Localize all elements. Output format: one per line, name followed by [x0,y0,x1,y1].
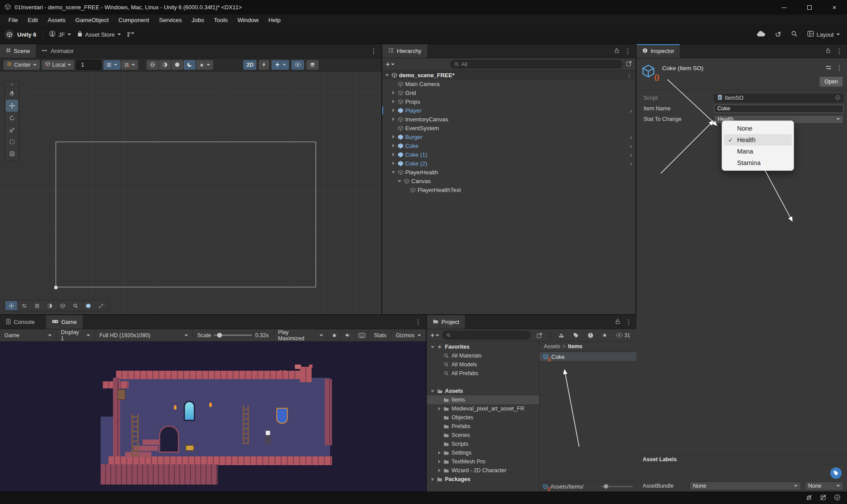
tools-drag-handle[interactable]: ≡ [5,82,19,87]
menu-window[interactable]: Window [233,17,264,23]
hierarchy-row[interactable]: Coke› [382,141,636,150]
project-tree-row[interactable]: Assets [427,387,539,395]
script-object-field[interactable]: # ItemSO [714,94,843,102]
view-hand-tool[interactable] [5,87,19,99]
expand-arrow-icon[interactable] [390,162,396,165]
cache-disabled-icon[interactable] [820,494,827,502]
hierarchy-row[interactable]: demo_scene_FREE*⋮ [382,71,636,79]
project-tree-row[interactable]: ★Favorites [427,342,539,351]
debug-draw-dropdown[interactable] [196,60,213,70]
rotate-tool[interactable] [5,112,19,124]
presets-icon[interactable] [825,65,832,71]
menu-gameobject[interactable]: GameObject [71,17,114,23]
project-options-kebab-icon[interactable]: ⋮ [625,318,632,326]
hierarchy-row[interactable]: InventoryCanvas [382,115,636,124]
display-dropdown[interactable]: Display 1 [56,329,95,341]
hierarchy-search-input[interactable]: All [450,60,622,68]
project-tree-row[interactable]: Scenes [427,431,539,440]
expand-arrow-icon[interactable] [396,180,403,182]
expand-arrow-icon[interactable] [429,478,436,481]
menu-file[interactable]: File [4,17,23,23]
component-kebab-icon[interactable]: ⋮ [836,64,843,72]
inspector-options-kebab-icon[interactable]: ⋮ [836,47,843,55]
item-name-input[interactable]: Coke [714,105,843,113]
stats-toggle[interactable]: Stats [369,329,392,341]
debugger-disabled-icon[interactable] [806,494,813,502]
hierarchy-row[interactable]: EventSystem [382,124,636,132]
project-tree-row[interactable]: All Materials [427,351,539,360]
expand-arrow-icon[interactable] [436,469,442,472]
project-tree-row[interactable]: Settings [427,448,539,457]
open-prefab-chevron[interactable]: › [630,143,632,149]
move-overlay-icon[interactable] [5,301,17,310]
dropdown-option-health[interactable]: ✓Health [724,134,792,146]
menu-help[interactable]: Help [264,17,286,23]
move-tool[interactable] [6,100,18,112]
thumbnail-zoom-knob[interactable] [604,484,608,489]
favorites-star-icon[interactable]: ★ [599,329,610,341]
gizmos-dropdown[interactable]: Gizmos [392,329,426,341]
hierarchy-row[interactable]: Canvas [382,177,636,185]
tab-inspector[interactable]: Inspector [636,44,680,58]
create-add-button[interactable]: + [386,60,395,68]
open-prefab-chevron[interactable]: › [630,134,632,140]
unity-version-button[interactable]: Unity 6 [4,30,36,39]
expand-arrow-icon[interactable] [390,109,396,112]
shaded-mode-icon[interactable] [159,60,171,70]
close-button[interactable]: × [822,0,847,15]
project-tree-row[interactable]: Items [427,395,539,404]
expand-arrow-icon[interactable] [429,390,436,392]
create-add-button[interactable]: + [430,331,439,339]
expand-arrow-icon[interactable] [390,100,396,103]
expand-arrow-icon[interactable] [384,74,390,76]
grid-size-field[interactable]: 1 [76,60,101,70]
menu-services[interactable]: Services [154,17,187,23]
menu-edit[interactable]: Edit [23,17,43,23]
project-tree-row[interactable]: Packages [427,475,539,484]
tab-console[interactable]: Console [0,315,41,329]
hierarchy-row[interactable]: Grid [382,88,636,97]
project-tree-row[interactable]: Wizard - 2D Character [427,466,539,475]
project-search-input[interactable] [442,331,531,339]
project-tree-row[interactable]: All Prefabs [427,369,539,378]
hierarchy-row[interactable]: Coke (1)› [382,150,636,159]
expand-arrow-icon[interactable] [390,135,396,139]
tab-scene[interactable]: Scene [0,44,36,58]
expand-arrow-icon[interactable] [436,451,442,455]
scene-viewport[interactable]: ≡ [0,71,381,313]
hierarchy-row[interactable]: Player› [382,106,636,115]
thumbnail-zoom-slider[interactable] [601,486,633,487]
lock-icon[interactable] [615,319,620,326]
open-button[interactable]: Open [820,77,843,87]
2d-mode-toggle[interactable]: 2D [243,60,256,70]
assetbundle-variant-dropdown[interactable]: None [805,481,843,490]
tab-game[interactable]: Game [46,315,83,329]
camera-settings-layers-icon[interactable] [306,60,319,70]
search-icon[interactable] [791,30,798,38]
expand-arrow-icon[interactable] [429,346,436,348]
asset-item-coke[interactable]: {} Coke [539,352,636,361]
breadcrumb-root[interactable]: Assets [544,343,561,350]
scale-knob[interactable] [217,333,222,338]
search-by-warning-icon[interactable] [585,329,596,341]
transform-tool[interactable] [5,148,19,160]
game-target-dropdown[interactable]: Game [0,329,56,341]
scene-visibility-eye-icon[interactable] [291,60,304,70]
game-options-kebab-icon[interactable]: ⋮ [415,318,422,326]
menu-jobs[interactable]: Jobs [187,17,209,23]
scale-tool[interactable] [5,124,19,136]
project-tree-row[interactable]: Prefabs [427,422,539,431]
maximize-button[interactable] [797,0,822,15]
open-prefab-chevron[interactable]: › [630,160,632,167]
scene-kebab-icon[interactable]: ⋮ [626,72,632,79]
snap-increment-dropdown[interactable] [121,60,138,70]
effects-dropdown[interactable] [271,60,289,70]
assetbundle-dropdown[interactable]: None [689,481,801,490]
project-tree-row[interactable]: All Models [427,360,539,369]
project-tree-row[interactable]: Medieval_pixel_art_asset_FR [427,404,539,413]
lock-icon[interactable] [826,48,831,55]
resolution-dropdown[interactable]: Full HD (1920x1080) [95,329,193,341]
grid-overlay-icon[interactable] [31,301,43,310]
asset-store-dropdown[interactable]: Asset Store [77,31,121,38]
layout-dropdown[interactable]: Layout [807,31,840,38]
